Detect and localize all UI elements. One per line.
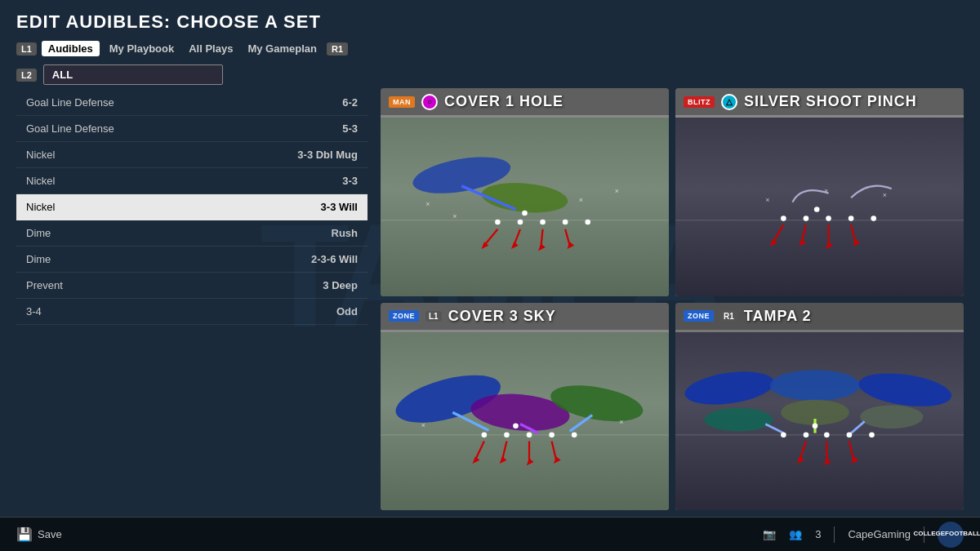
list-item-selected[interactable]: Nickel 3-3 Will [16, 194, 368, 220]
play-card-header: ZONE L1 COVER 3 SKY [381, 303, 669, 330]
list-item[interactable]: Nickel 3-3 [16, 168, 368, 194]
svg-point-75 [824, 432, 830, 438]
play-name: 3-4 [26, 305, 42, 318]
play-name: Nickel [26, 201, 55, 213]
r1-icon-badge: R1 [720, 311, 737, 322]
l2-filter-button[interactable]: L2 [16, 69, 37, 82]
svg-marker-15 [538, 243, 546, 251]
svg-line-71 [765, 424, 783, 433]
play-diagram-tampa2 [675, 332, 964, 511]
filter-bar: L2 ALL [16, 64, 964, 85]
list-item[interactable]: Dime Rush [16, 220, 368, 247]
play-cards-panel: MAN ○ COVER 1 HOLE [368, 88, 964, 517]
svg-text:×: × [883, 191, 887, 199]
play-card-silver-shoot[interactable]: BLITZ △ SILVER SHOOT PINCH [675, 88, 964, 296]
play-sub: 3-3 [342, 175, 358, 187]
list-item[interactable]: Goal Line Defense 5-3 [16, 116, 368, 142]
svg-text:×: × [452, 212, 457, 220]
svg-point-26 [849, 216, 854, 221]
friends-icon: 👥 [789, 528, 802, 540]
play-name: Goal Line Defense [26, 96, 114, 109]
svg-text:×: × [425, 200, 430, 208]
svg-point-66 [857, 368, 954, 411]
play-card-tampa2[interactable]: ZONE R1 TAMPA 2 [675, 303, 964, 511]
username: CapeGaming [848, 528, 911, 540]
svg-point-50 [549, 432, 555, 438]
tab-all-plays[interactable]: All Plays [184, 41, 238, 56]
svg-line-16 [565, 229, 570, 246]
play-name: Dime [26, 253, 51, 265]
svg-point-25 [826, 216, 831, 221]
svg-marker-62 [554, 456, 561, 464]
svg-marker-82 [824, 458, 831, 465]
svg-line-10 [484, 229, 498, 246]
main-container: TAMPA EDIT AUDIBLES: CHOOSE A SET L1 Aud… [0, 0, 980, 551]
save-label[interactable]: Save [38, 528, 62, 540]
play-card-cover1-hole[interactable]: MAN ○ COVER 1 HOLE [381, 88, 669, 296]
tab-my-playbook[interactable]: My Playbook [105, 41, 179, 56]
svg-point-51 [572, 432, 577, 438]
svg-point-48 [504, 432, 510, 438]
list-item[interactable]: Dime 2-3-6 Will [16, 247, 368, 273]
tab-audibles[interactable]: Audibles [42, 41, 100, 56]
play-card-cover3-sky[interactable]: ZONE L1 COVER 3 SKY [381, 303, 669, 511]
page-title: EDIT AUDIBLES: CHOOSE A SET [16, 11, 964, 33]
svg-point-68 [704, 407, 773, 431]
svg-point-65 [770, 370, 860, 401]
play-sub: Rush [332, 227, 359, 239]
play-name: Dime [26, 227, 51, 239]
footer-left: 💾 Save [16, 527, 62, 542]
svg-point-4 [495, 220, 501, 225]
play-diagram-silver: × × × [675, 118, 964, 296]
brand-icon: COLLEGE FOOTBALL 25 [938, 522, 964, 548]
man-badge: MAN [389, 96, 415, 108]
svg-marker-60 [527, 458, 534, 465]
r1-button[interactable]: R1 [327, 42, 348, 56]
play-diagram-cover1: × × × × [381, 118, 669, 296]
svg-point-76 [847, 432, 853, 438]
footer-right: 📷 👥 3 CapeGaming COLLEGE FOOTBALL 25 [763, 522, 964, 548]
svg-marker-36 [853, 239, 860, 247]
play-sub: 3 Deep [323, 279, 358, 291]
tab-my-gameplan[interactable]: My Gameplan [243, 41, 322, 56]
svg-point-73 [781, 432, 786, 438]
svg-marker-13 [511, 242, 519, 249]
play-name: Nickel [26, 149, 55, 161]
play-list-panel: Goal Line Defense 6-2 Goal Line Defense … [16, 88, 368, 517]
svg-point-49 [527, 432, 532, 438]
svg-point-77 [869, 432, 875, 438]
circle-icon: ○ [421, 94, 438, 110]
play-list: Goal Line Defense 6-2 Goal Line Defense … [16, 90, 368, 325]
list-item[interactable]: Nickel 3-3 Dbl Mug [16, 142, 368, 168]
svg-point-47 [482, 432, 488, 438]
svg-point-9 [522, 211, 528, 216]
play-card-title: COVER 1 HOLE [444, 93, 564, 110]
list-item[interactable]: Prevent 3 Deep [16, 273, 368, 299]
play-sub: 6-2 [342, 96, 358, 109]
friend-count: 3 [815, 528, 821, 540]
svg-line-29 [773, 224, 783, 242]
svg-point-5 [518, 220, 523, 225]
l1-button[interactable]: L1 [16, 42, 37, 56]
svg-marker-11 [482, 242, 489, 249]
zone-badge: ZONE [684, 310, 714, 322]
footer: 💾 Save 📷 👥 3 CapeGaming COLLEGE FOOTBALL… [0, 517, 980, 551]
blitz-badge: BLITZ [684, 96, 715, 108]
filter-dropdown[interactable]: ALL [43, 64, 223, 85]
play-card-title: SILVER SHOOT PINCH [744, 93, 917, 110]
svg-line-83 [849, 441, 854, 460]
header: EDIT AUDIBLES: CHOOSE A SET L1 Audibles … [0, 0, 980, 88]
list-item[interactable]: Goal Line Defense 6-2 [16, 90, 368, 116]
play-sub: 2-3-6 Will [311, 253, 358, 265]
svg-point-24 [804, 216, 809, 221]
play-name: Nickel [26, 175, 55, 187]
svg-text:×: × [421, 420, 425, 429]
play-card-header: BLITZ △ SILVER SHOOT PINCH [675, 88, 964, 115]
l1-icon-badge: L1 [425, 311, 442, 322]
svg-point-23 [781, 216, 786, 221]
footer-divider [834, 527, 835, 543]
svg-marker-56 [473, 456, 480, 464]
list-item[interactable]: 3-4 Odd [16, 299, 368, 325]
svg-marker-34 [826, 242, 833, 249]
play-name: Prevent [26, 279, 63, 291]
